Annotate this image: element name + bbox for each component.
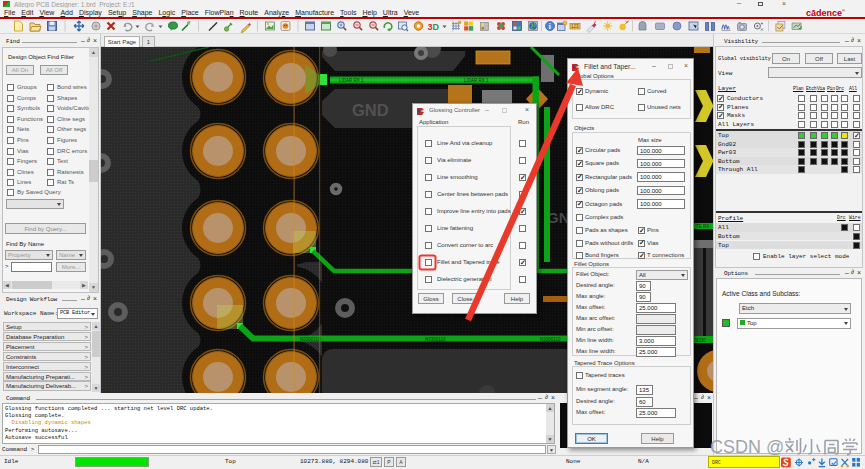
svg-text:i: i <box>549 22 551 31</box>
svg-text:TE RX: TE RX <box>696 224 709 229</box>
svg-text:N3300110: N3300110 <box>425 337 446 342</box>
svg-text:N330: N330 <box>695 338 706 343</box>
svg-text:D: D <box>433 22 440 32</box>
svg-text:LIDAR RX 1: LIDAR RX 1 <box>339 78 364 83</box>
svg-text:123: 123 <box>571 24 579 29</box>
svg-text:N3300110: N3300110 <box>540 337 561 342</box>
svg-text:N3300110: N3300110 <box>300 337 321 342</box>
svg-text:GND: GND <box>352 101 389 119</box>
svg-text:LIDAR RX 1: LIDAR RX 1 <box>464 78 489 83</box>
